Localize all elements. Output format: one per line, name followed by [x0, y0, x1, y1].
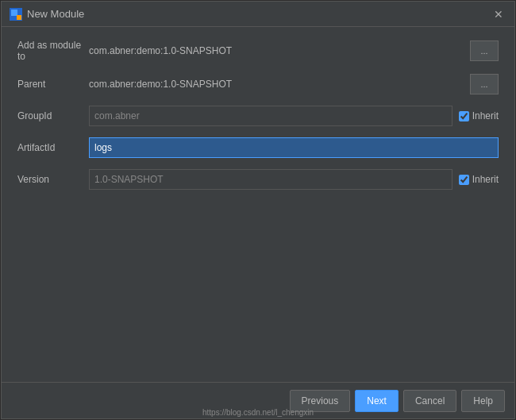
svg-rect-2 [17, 15, 21, 20]
version-inherit-row: Inherit [459, 174, 499, 185]
group-id-label: GroupId [17, 110, 89, 121]
group-id-input[interactable] [89, 106, 452, 126]
parent-value: com.abner:demo:1.0-SNAPSHOT [89, 79, 464, 90]
dialog-content: Add as module to com.abner:demo:1.0-SNAP… [2, 27, 514, 382]
add-as-module-value: com.abner:demo:1.0-SNAPSHOT [89, 45, 425, 56]
cancel-button[interactable]: Cancel [403, 390, 456, 412]
dialog-title: New Module [27, 8, 84, 20]
group-id-inherit-label: Inherit [472, 110, 499, 121]
add-as-module-row: Add as module to com.abner:demo:1.0-SNAP… [17, 40, 499, 62]
version-inherit-checkbox[interactable] [459, 175, 469, 185]
previous-button[interactable]: Previous [290, 390, 351, 412]
new-module-dialog: New Module ✕ Add as module to com.abner:… [1, 1, 515, 419]
artifact-id-label: ArtifactId [17, 142, 89, 153]
artifact-id-input[interactable] [89, 137, 499, 158]
version-row: Version Inherit [17, 168, 499, 191]
title-bar-left: New Module [10, 8, 84, 21]
group-id-inherit-row: Inherit [459, 110, 499, 121]
module-icon [10, 8, 22, 21]
svg-rect-1 [11, 10, 17, 16]
help-button[interactable]: Help [461, 390, 505, 412]
version-inherit-label: Inherit [472, 174, 499, 185]
parent-browse-button[interactable]: ... [470, 74, 499, 94]
dialog-footer: Previous Next Cancel Help https://blog.c… [2, 382, 514, 418]
add-as-module-browse-button[interactable]: ... [470, 40, 499, 61]
group-id-inherit-checkbox[interactable] [459, 111, 469, 121]
title-bar: New Module ✕ [2, 2, 514, 27]
close-button[interactable]: ✕ [491, 6, 506, 22]
version-label: Version [17, 174, 89, 185]
parent-label: Parent [17, 79, 89, 90]
group-id-row: GroupId Inherit [17, 105, 499, 127]
next-button[interactable]: Next [355, 390, 399, 412]
artifact-id-row: ArtifactId [17, 137, 499, 159]
add-as-module-label: Add as module to [17, 40, 89, 62]
parent-row: Parent com.abner:demo:1.0-SNAPSHOT ... [17, 73, 499, 95]
version-input[interactable] [89, 169, 452, 190]
